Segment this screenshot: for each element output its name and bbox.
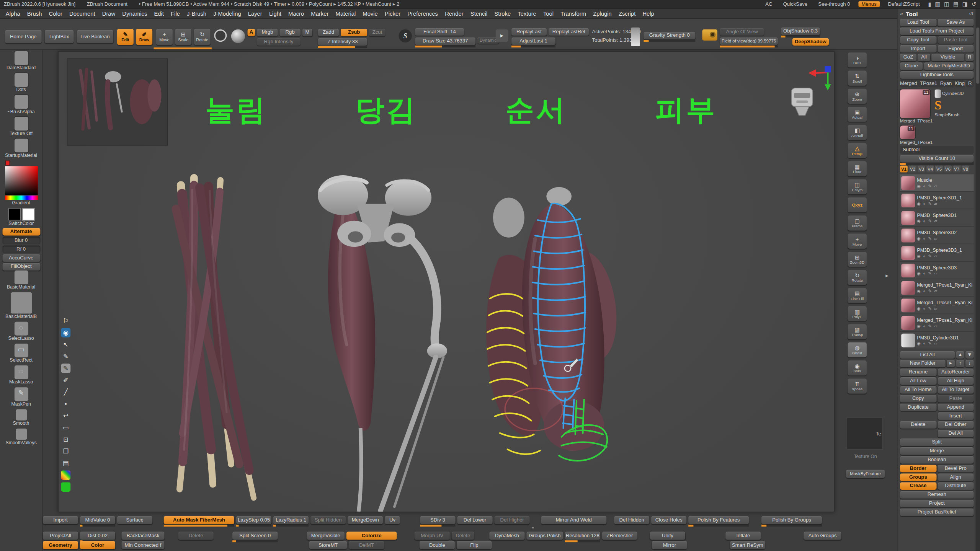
visibility-eye-icon[interactable]: ◉	[917, 236, 920, 241]
groups-button[interactable]: Groups	[900, 474, 936, 481]
del-other-button[interactable]: Del Other	[938, 421, 974, 429]
cursor-icon[interactable]: ↖	[61, 340, 71, 349]
autoreorder-button[interactable]: AutoReorder	[938, 368, 974, 376]
zsub-button[interactable]: Zsub	[341, 29, 367, 36]
visibility-eye-icon[interactable]: ◉	[917, 288, 920, 293]
resolution-slider[interactable]: Resolution 128	[565, 531, 600, 540]
scale-button[interactable]: ⊞ Scale	[175, 29, 191, 45]
rows-icon[interactable]: ▤	[953, 1, 959, 7]
tool-panel-scrollbar[interactable]	[975, 9, 980, 551]
marker-icon[interactable]: ✐	[61, 375, 71, 385]
lazyradius-slider[interactable]: LazyRadius 1	[273, 516, 309, 524]
menu-item[interactable]: Help	[642, 10, 654, 16]
menu-item[interactable]: Preferences	[407, 10, 438, 16]
notes-icon[interactable]: ▤	[61, 458, 71, 468]
visibility-eye-icon[interactable]: ◉	[917, 183, 920, 188]
subtool-item[interactable]: Merged_TPose1_Ryan_Kingslie ◉ ◐ ✎ ▱	[900, 297, 973, 315]
sdiv-slider[interactable]: SDiv 3	[420, 516, 455, 524]
bpr-button[interactable]: ◑ BPR	[848, 52, 866, 67]
replay-icon[interactable]: ▸	[496, 29, 508, 42]
polyf-button[interactable]: ▥ PolyF	[848, 306, 866, 321]
active-tool-name[interactable]: Merged_TPose1_Ryan_Kingsli	[900, 80, 965, 88]
transp-button[interactable]: ▨ Transp	[848, 324, 866, 339]
close-holes-button[interactable]: Close Holes	[651, 516, 686, 524]
palette-icon[interactable]	[61, 470, 71, 479]
uv-icon[interactable]: ▱	[934, 271, 937, 276]
polypaint-icon[interactable]: ◐	[923, 183, 925, 188]
grid-icon[interactable]: ▥	[935, 1, 940, 7]
visibility-eye-icon[interactable]: ◉	[917, 201, 920, 206]
import-tool-button[interactable]: Import	[900, 45, 936, 53]
menu-item[interactable]: Dynamics	[122, 10, 147, 16]
cylinder-thumbnail[interactable]	[934, 89, 941, 98]
copy-icon[interactable]: ❐	[61, 447, 71, 456]
brush-thumbnail-damstandard[interactable]: DamStandard	[0, 51, 42, 71]
alternate-button[interactable]: Alternate	[2, 228, 40, 236]
append-button[interactable]: Append	[938, 404, 974, 411]
all-low-button[interactable]: All Low	[900, 377, 936, 385]
tool-r-badge[interactable]: R	[966, 80, 974, 88]
unify-button[interactable]: Unify	[650, 531, 685, 540]
all-high-button[interactable]: All High	[938, 377, 974, 385]
divider-icon[interactable]: ▮	[928, 1, 931, 7]
columns-icon[interactable]: ◫	[944, 1, 949, 7]
rotate-button[interactable]: ↻ Rotate	[194, 29, 211, 45]
remesh-button[interactable]: Remesh	[900, 491, 973, 499]
uv-button[interactable]: Uv	[385, 516, 400, 524]
mask-by-feature-button[interactable]: MaskByFeature	[846, 470, 885, 478]
recent-tool-thumbnail[interactable]: 11	[900, 126, 915, 139]
storemt-button[interactable]: StoreMT	[309, 541, 347, 549]
menu-item[interactable]: Material	[336, 10, 356, 16]
undo-icon[interactable]: ↩	[61, 411, 71, 420]
groups-polish-button[interactable]: Groups Polish	[526, 531, 563, 540]
rgb-button[interactable]: Rgb	[279, 29, 300, 36]
menu-item[interactable]: Marker	[311, 10, 328, 16]
menu-item[interactable]: Zscript	[619, 10, 635, 16]
edit-button[interactable]: ✎ Edit	[117, 29, 134, 45]
quicksave-button[interactable]: QuickSave	[781, 1, 810, 7]
move-up-button[interactable]: ↑	[956, 360, 964, 367]
menu-item[interactable]: Render	[445, 10, 464, 16]
subtool-item[interactable]: PM3D_Sphere3D1 ◉ ◐ ✎ ▱	[900, 209, 973, 227]
subtool-up-button[interactable]: ▲	[956, 351, 964, 359]
uv-icon[interactable]: ▱	[934, 306, 937, 311]
secondary-color-swatch[interactable]	[8, 208, 21, 221]
menu-item[interactable]: Picker	[385, 10, 400, 16]
gravity-strength-slider[interactable]: Gravity Strength 0	[644, 32, 695, 39]
z-intensity-slider[interactable]: Z Intensity 33	[318, 38, 367, 46]
del-higher-button[interactable]: Del Higher	[495, 516, 530, 524]
menu-item[interactable]: J-Modeling	[213, 10, 241, 16]
restore-icon[interactable]: ↺	[969, 11, 973, 17]
blur-slider[interactable]: Blur 0	[2, 237, 40, 245]
selectrect-brush[interactable]: ▭ SelectRect	[0, 344, 42, 364]
menu-item[interactable]: Transform	[560, 10, 586, 16]
project-button[interactable]: Project	[900, 500, 973, 507]
rgb-intensity-slider[interactable]: Rgb Intensity	[257, 38, 301, 46]
visible-count-slider[interactable]: Visible Count 10	[900, 155, 973, 163]
sculpt-brush-icon[interactable]: ✎	[928, 288, 931, 293]
reset-icon[interactable]: ↺	[972, 1, 976, 7]
eraser-icon[interactable]: ▭	[61, 423, 71, 432]
sculpt-brush-icon[interactable]: ✎	[928, 201, 931, 206]
morph-uv-button[interactable]: Morph UV	[415, 531, 450, 540]
distribute-button[interactable]: Distribute	[938, 482, 974, 490]
sculpt-brush-icon[interactable]: ✎	[928, 236, 931, 241]
split-hidden-button[interactable]: Split Hidden	[310, 516, 346, 524]
sculpt-brush-icon[interactable]: ✎	[928, 306, 931, 311]
actual-button[interactable]: ▣ Actual	[848, 107, 866, 122]
scrollbar-thumb[interactable]	[976, 28, 979, 84]
subtool-down-button[interactable]: ▼	[965, 351, 973, 359]
export-tool-button[interactable]: Export	[938, 45, 974, 53]
maskpen-brush[interactable]: ✎ MaskPen	[0, 387, 42, 407]
focal-shift-slider[interactable]: Focal Shift -14	[415, 28, 464, 36]
uv-icon[interactable]: ▱	[934, 323, 937, 328]
rf-slider[interactable]: Rf 0	[2, 246, 40, 253]
replay-last-rel-button[interactable]: ReplayLastRel	[549, 28, 589, 36]
version-tab-v5[interactable]: V5	[935, 166, 943, 173]
menus-button[interactable]: Menus	[858, 1, 880, 7]
all-to-home-button[interactable]: All To Home	[900, 386, 936, 394]
saturation-value-picker[interactable]	[5, 166, 38, 195]
split-screen-slider[interactable]: Split Screen 0	[232, 531, 278, 540]
polish-by-features-slider[interactable]: Polish By Features	[688, 516, 749, 524]
switch-color[interactable]	[0, 208, 42, 221]
